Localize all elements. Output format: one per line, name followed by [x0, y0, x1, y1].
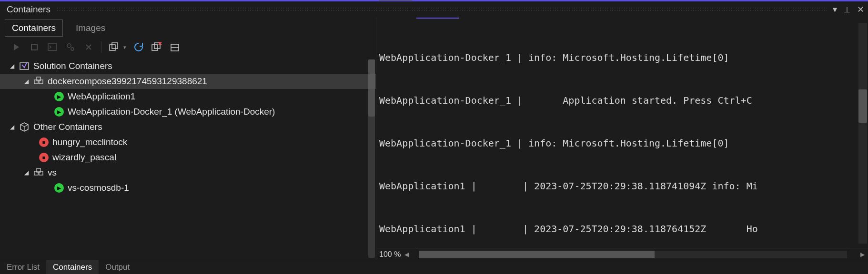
- compose-icon: [33, 76, 44, 87]
- scroll-right-icon[interactable]: ▶: [860, 251, 868, 258]
- settings-icon: [65, 41, 76, 53]
- logs-horizontal-scrollbar[interactable]: [419, 251, 847, 258]
- tree-label: WebApplication1: [68, 91, 135, 102]
- tree-label: hungry_mcclintock: [52, 137, 127, 147]
- log-line: WebApplication-Docker_1 | info: Microsof…: [379, 50, 868, 65]
- tree-label: Solution Containers: [33, 61, 112, 71]
- titlebar: Containers ▾ ⊥ ✕: [0, 1, 868, 18]
- tree-container-item[interactable]: ■ wizardly_pascal: [0, 150, 376, 165]
- svg-rect-0: [31, 44, 37, 50]
- running-status-icon: ▶: [54, 92, 64, 101]
- expander-icon[interactable]: ◢: [23, 78, 30, 85]
- tree-label: WebApplication-Docker_1 (WebApplication-…: [68, 107, 275, 117]
- tree-label: Other Containers: [33, 122, 102, 132]
- expander-icon[interactable]: ◢: [9, 124, 15, 130]
- windows-icon[interactable]: [108, 41, 120, 53]
- scrollbar-thumb[interactable]: [858, 89, 867, 123]
- tree-scrollbar[interactable]: [368, 59, 375, 258]
- log-line: WebApplication-Docker_1 | Application st…: [379, 93, 868, 108]
- svg-point-2: [67, 44, 71, 48]
- compose-icon: [33, 167, 44, 178]
- tab-images[interactable]: Images: [69, 20, 112, 37]
- status-tab-output[interactable]: Output: [99, 260, 136, 274]
- expander-icon[interactable]: ◢: [23, 169, 30, 176]
- svg-rect-5: [112, 43, 118, 49]
- terminal-icon: [47, 41, 58, 53]
- expander-icon[interactable]: ◢: [9, 63, 15, 69]
- logs-vertical-scrollbar[interactable]: [858, 23, 867, 244]
- pin-icon[interactable]: ⊥: [844, 5, 850, 14]
- svg-rect-13: [37, 77, 40, 81]
- zoom-level[interactable]: 100 %: [379, 250, 401, 259]
- log-line: WebApplication1 | | 2023-07-25T20:29:38.…: [379, 179, 868, 193]
- svg-point-3: [71, 48, 74, 50]
- svg-rect-14: [34, 171, 38, 175]
- running-status-icon: ▶: [54, 107, 64, 117]
- svg-rect-6: [152, 45, 158, 50]
- status-tab-containers[interactable]: Containers: [46, 260, 99, 274]
- container-tree[interactable]: ◢ Solution Containers ◢ dockercompose399…: [0, 58, 376, 260]
- tree-group-solution[interactable]: ◢ Solution Containers: [0, 59, 376, 74]
- svg-rect-15: [39, 171, 43, 175]
- tree-compose-group[interactable]: ◢ dockercompose3992174593129388621: [0, 74, 376, 89]
- tab-logs[interactable]: Logs: [379, 0, 412, 1]
- svg-rect-10: [20, 63, 29, 69]
- tree-label: dockercompose3992174593129388621: [48, 76, 207, 87]
- left-tabbar: Containers Images: [0, 18, 376, 37]
- svg-rect-1: [48, 44, 57, 50]
- log-line: WebApplication1 | | 2023-07-25T20:29:38.…: [379, 222, 868, 236]
- stopped-status-icon: ■: [39, 137, 49, 147]
- tree-label: vs-cosmosdb-1: [68, 183, 129, 193]
- refresh-icon[interactable]: [133, 41, 144, 53]
- running-status-icon: ▶: [54, 183, 64, 193]
- log-output[interactable]: WebApplication-Docker_1 | info: Microsof…: [376, 21, 868, 248]
- play-icon: [10, 41, 22, 53]
- tree-container-item[interactable]: ▶ vs-cosmosdb-1: [0, 180, 376, 196]
- tree-label: wizardly_pascal: [52, 152, 116, 163]
- panel-title: Containers: [7, 4, 50, 15]
- scroll-left-icon[interactable]: ◀: [404, 251, 412, 258]
- delete-icon: [83, 41, 94, 53]
- solution-icon: [19, 61, 30, 71]
- container-group-icon: [19, 122, 30, 132]
- prune-icon[interactable]: [151, 41, 162, 53]
- chevron-down-icon[interactable]: ▾: [123, 44, 126, 50]
- remove-icon[interactable]: [169, 41, 181, 53]
- svg-rect-11: [34, 80, 38, 84]
- svg-rect-16: [37, 168, 40, 172]
- left-toolbar: ▾: [0, 37, 376, 58]
- tree-group-other[interactable]: ◢ Other Containers: [0, 119, 376, 135]
- tree-label: vs: [48, 167, 57, 178]
- scrollbar-thumb[interactable]: [368, 59, 375, 117]
- svg-rect-12: [39, 80, 43, 84]
- tree-vs-group[interactable]: ◢ vs: [0, 165, 376, 180]
- scrollbar-thumb[interactable]: [419, 251, 654, 258]
- tab-containers[interactable]: Containers: [5, 20, 63, 37]
- status-bar: Error List Containers Output: [0, 260, 868, 274]
- tree-container-item[interactable]: ■ hungry_mcclintock: [0, 135, 376, 150]
- tree-container-item[interactable]: ▶ WebApplication-Docker_1 (WebApplicatio…: [0, 104, 376, 119]
- stopped-status-icon: ■: [39, 153, 49, 162]
- status-tab-errorlist[interactable]: Error List: [0, 260, 46, 274]
- titlebar-grip[interactable]: [56, 7, 827, 12]
- close-icon[interactable]: ✕: [857, 4, 864, 15]
- dropdown-icon[interactable]: ▾: [833, 4, 837, 15]
- stop-icon: [29, 41, 40, 53]
- tree-container-item[interactable]: ▶ WebApplication1: [0, 89, 376, 104]
- log-line: WebApplication-Docker_1 | info: Microsof…: [379, 136, 868, 150]
- svg-rect-4: [110, 45, 115, 50]
